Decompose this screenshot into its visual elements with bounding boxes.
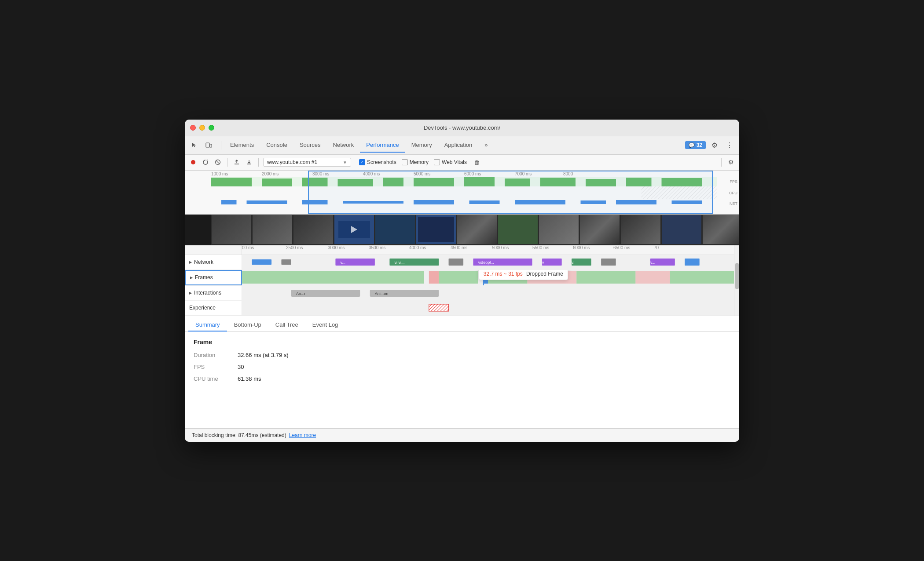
ruler-3500: 3500 ms [369,245,385,250]
toolbar-settings-icon[interactable]: ⚙ [726,157,736,167]
strip-spacer [185,215,211,245]
tab-more[interactable]: » [478,138,494,153]
svg-text:An...n: An...n [296,291,307,296]
web-vitals-label: Web Vitals [442,159,467,165]
url-selector[interactable]: www.youtube.com #1 ▼ [263,158,351,167]
svg-rect-28 [581,200,606,204]
tab-elements[interactable]: Elements [224,138,260,153]
upload-button[interactable] [232,157,242,167]
tab-console[interactable]: Console [260,138,293,153]
bottom-bar: Total blocking time: 87.45ms (estimated)… [185,428,739,442]
tab-memory[interactable]: Memory [405,138,438,153]
tooltip-fps: 32.7 ms ~ 31 fps [484,271,523,277]
thumb-7 [457,215,497,244]
ts-8000: 8000 [563,171,573,176]
tab-call-tree[interactable]: Call Tree [268,319,305,332]
cpu-row: CPU time 61.38 ms [194,375,730,382]
tab-sources[interactable]: Sources [293,138,327,153]
trash-button[interactable]: 🗑 [472,157,482,167]
ruler-4500: 4500 ms [451,245,467,250]
web-vitals-checkbox[interactable]: Web Vitals [434,159,467,165]
svg-rect-22 [247,200,287,204]
ts-4000: 4000 ms [363,171,380,176]
network-track-label[interactable]: ▶ Network [185,255,242,270]
tab-summary[interactable]: Summary [188,319,227,332]
summary-title: Frame [194,339,730,346]
svg-rect-27 [515,200,565,204]
timeline-overview: 1000 ms 2000 ms 3000 ms 4000 ms 5000 ms … [185,171,739,215]
svg-rect-11 [464,177,495,186]
console-badge[interactable]: 💬 32 [685,141,706,149]
tab-event-log[interactable]: Event Log [305,319,345,332]
screenshots-checkbox[interactable]: ✓ Screenshots [359,159,396,165]
svg-rect-29 [616,200,656,204]
interactions-track-label[interactable]: ▶ Interactions [185,286,242,300]
experience-track-label: Experience [185,301,242,315]
svg-rect-65 [429,304,449,311]
svg-text:videopl...: videopl... [478,260,494,265]
svg-rect-24 [343,201,403,204]
nav-separator [221,141,221,149]
ruler-marks: 00 ms 2500 ms 3000 ms 3500 ms 4000 ms 45… [242,245,734,255]
record-button[interactable] [188,157,198,167]
frames-track-label[interactable]: ▶ Frames [185,270,242,285]
tab-network[interactable]: Network [327,138,360,153]
devtools-nav: Elements Console Sources Network Perform… [185,136,739,155]
maximize-button[interactable] [209,125,214,131]
scrollbar-thumb[interactable] [735,263,739,289]
bottom-tabs: Summary Bottom-Up Call Tree Event Log [185,316,739,332]
svg-rect-42 [572,259,591,266]
ruler-3000: 3000 ms [328,245,345,250]
thumb-2 [253,215,292,244]
ruler-70: 70 [654,245,659,250]
duration-val: 32.66 ms (at 3.79 s) [238,352,289,358]
reload-button[interactable] [201,157,210,167]
interactions-expand-icon[interactable]: ▶ [189,291,192,295]
svg-text:v...: v... [341,260,345,265]
minimize-button[interactable] [199,125,205,131]
memory-label: Memory [410,159,429,165]
timeline-scrollbar[interactable] [734,245,739,316]
svg-rect-0 [206,143,209,147]
timeline-ruler: 00 ms 2500 ms 3000 ms 3500 ms 4000 ms 45… [185,245,734,255]
cursor-icon[interactable] [188,139,201,151]
blocking-time-text: Total blocking time: 87.45ms (estimated) [192,432,286,438]
thumbs-container [211,215,739,245]
svg-rect-31 [252,259,271,265]
window-title: DevTools - www.youtube.com/ [424,124,500,131]
svg-rect-16 [662,178,702,186]
settings-icon[interactable]: ⚙ [708,139,721,151]
svg-rect-20 [642,186,718,199]
tab-application[interactable]: Application [438,138,479,153]
learn-more-link[interactable]: Learn more [289,432,316,438]
thumb-1 [212,215,251,244]
ruler-2500: 2500 ms [286,245,303,250]
svg-rect-8 [338,179,374,186]
close-button[interactable] [190,125,196,131]
fps-val: 30 [238,364,244,370]
performance-toolbar: www.youtube.com #1 ▼ ✓ Screenshots Memor… [185,155,739,171]
download-button[interactable] [244,157,254,167]
tab-bottom-up[interactable]: Bottom-Up [227,319,268,332]
net-chart [211,199,717,205]
network-expand-icon[interactable]: ▶ [189,260,192,264]
timeline-main: 00 ms 2500 ms 3000 ms 3500 ms 4000 ms 45… [185,245,734,316]
more-icon[interactable]: ⋮ [723,139,736,151]
svg-line-3 [216,160,220,164]
svg-rect-5 [211,178,252,186]
svg-rect-23 [302,200,328,204]
thumb-10 [580,215,620,244]
tab-performance[interactable]: Performance [360,138,405,153]
svg-rect-40 [542,259,562,266]
stop-button[interactable] [213,157,223,167]
ts-3000: 3000 ms [312,171,329,176]
url-dropdown-icon: ▼ [343,160,347,165]
thumb-12 [662,215,701,244]
frames-expand-icon[interactable]: ▶ [190,276,193,280]
svg-text:vi vi...: vi vi... [395,260,405,265]
cpu-label: CPU [729,191,737,195]
thumb-5 [375,215,415,244]
svg-rect-44 [601,259,616,266]
memory-checkbox[interactable]: Memory [402,159,429,165]
device-icon[interactable] [202,139,215,151]
